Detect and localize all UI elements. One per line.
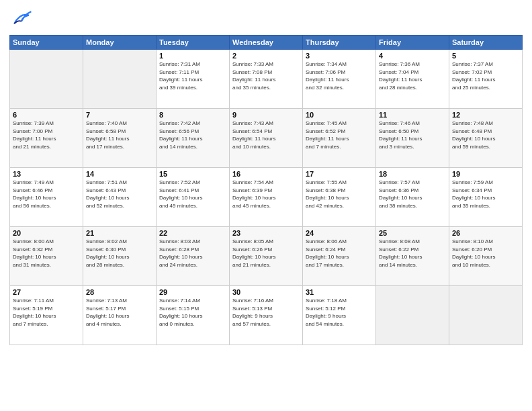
day-number: 22 (159, 229, 226, 237)
week-row-3: 13Sunrise: 7:49 AM Sunset: 6:46 PM Dayli… (10, 168, 523, 227)
day-number: 29 (159, 288, 226, 296)
day-info: Sunrise: 7:16 AM Sunset: 5:13 PM Dayligh… (232, 297, 300, 328)
day-info: Sunrise: 7:11 AM Sunset: 5:19 PM Dayligh… (13, 297, 80, 328)
day-number: 30 (232, 288, 300, 296)
logo-icon (9, 7, 34, 31)
header (9, 7, 523, 31)
day-info: Sunrise: 7:45 AM Sunset: 6:52 PM Dayligh… (306, 120, 373, 150)
day-number: 11 (379, 111, 446, 119)
day-number: 12 (452, 111, 519, 119)
calendar-cell: 1Sunrise: 7:31 AM Sunset: 7:11 PM Daylig… (157, 50, 230, 109)
calendar-cell: 12Sunrise: 7:48 AM Sunset: 6:48 PM Dayli… (449, 109, 523, 168)
calendar-cell: 20Sunrise: 8:00 AM Sunset: 6:32 PM Dayli… (10, 227, 83, 286)
calendar-cell: 14Sunrise: 7:51 AM Sunset: 6:43 PM Dayli… (83, 168, 157, 227)
day-info: Sunrise: 7:34 AM Sunset: 7:06 PM Dayligh… (306, 60, 373, 91)
calendar-cell: 2Sunrise: 7:33 AM Sunset: 7:08 PM Daylig… (230, 50, 303, 109)
day-info: Sunrise: 7:42 AM Sunset: 6:56 PM Dayligh… (159, 120, 226, 150)
day-info: Sunrise: 7:33 AM Sunset: 7:08 PM Dayligh… (232, 60, 300, 91)
day-number: 18 (379, 170, 446, 178)
day-number: 16 (232, 170, 300, 178)
calendar-cell: 22Sunrise: 8:03 AM Sunset: 6:28 PM Dayli… (157, 227, 230, 286)
day-number: 9 (232, 111, 300, 119)
calendar-cell: 16Sunrise: 7:54 AM Sunset: 6:39 PM Dayli… (230, 168, 303, 227)
calendar-cell: 21Sunrise: 8:02 AM Sunset: 6:30 PM Dayli… (83, 227, 157, 286)
day-info: Sunrise: 8:00 AM Sunset: 6:32 PM Dayligh… (13, 238, 80, 269)
day-number: 20 (13, 229, 80, 237)
day-info: Sunrise: 8:06 AM Sunset: 6:24 PM Dayligh… (306, 238, 373, 269)
calendar-header: SundayMondayTuesdayWednesdayThursdayFrid… (10, 36, 523, 50)
day-number: 23 (232, 229, 300, 237)
day-number: 27 (13, 288, 80, 296)
day-number: 25 (379, 229, 446, 237)
day-info: Sunrise: 7:37 AM Sunset: 7:02 PM Dayligh… (452, 60, 519, 91)
logo (9, 7, 35, 31)
day-info: Sunrise: 8:10 AM Sunset: 6:20 PM Dayligh… (452, 238, 519, 269)
calendar-cell: 23Sunrise: 8:05 AM Sunset: 6:26 PM Dayli… (230, 227, 303, 286)
day-info: Sunrise: 7:43 AM Sunset: 6:54 PM Dayligh… (232, 120, 300, 150)
day-number: 10 (306, 111, 373, 119)
day-info: Sunrise: 8:03 AM Sunset: 6:28 PM Dayligh… (159, 238, 226, 269)
calendar-cell: 17Sunrise: 7:55 AM Sunset: 6:38 PM Dayli… (303, 168, 376, 227)
day-number: 4 (379, 52, 446, 60)
calendar-cell: 4Sunrise: 7:36 AM Sunset: 7:04 PM Daylig… (376, 50, 449, 109)
col-header-wednesday: Wednesday (230, 36, 303, 50)
day-info: Sunrise: 7:49 AM Sunset: 6:46 PM Dayligh… (13, 179, 80, 210)
col-header-tuesday: Tuesday (157, 36, 230, 50)
day-number: 6 (13, 111, 80, 119)
week-row-2: 6Sunrise: 7:39 AM Sunset: 7:00 PM Daylig… (10, 109, 523, 168)
calendar-cell: 15Sunrise: 7:52 AM Sunset: 6:41 PM Dayli… (157, 168, 230, 227)
calendar-cell: 28Sunrise: 7:13 AM Sunset: 5:17 PM Dayli… (83, 286, 157, 345)
calendar-cell: 9Sunrise: 7:43 AM Sunset: 6:54 PM Daylig… (230, 109, 303, 168)
col-header-saturday: Saturday (449, 36, 523, 50)
calendar-cell: 3Sunrise: 7:34 AM Sunset: 7:06 PM Daylig… (303, 50, 376, 109)
calendar-cell: 10Sunrise: 7:45 AM Sunset: 6:52 PM Dayli… (303, 109, 376, 168)
col-header-thursday: Thursday (303, 36, 376, 50)
day-info: Sunrise: 7:18 AM Sunset: 5:12 PM Dayligh… (306, 297, 373, 328)
calendar-cell (449, 286, 523, 345)
day-info: Sunrise: 7:48 AM Sunset: 6:48 PM Dayligh… (452, 120, 519, 150)
calendar-cell: 31Sunrise: 7:18 AM Sunset: 5:12 PM Dayli… (303, 286, 376, 345)
calendar-cell: 18Sunrise: 7:57 AM Sunset: 6:36 PM Dayli… (376, 168, 449, 227)
day-info: Sunrise: 7:14 AM Sunset: 5:15 PM Dayligh… (159, 297, 226, 328)
day-number: 19 (452, 170, 519, 178)
calendar-cell: 26Sunrise: 8:10 AM Sunset: 6:20 PM Dayli… (449, 227, 523, 286)
day-info: Sunrise: 8:02 AM Sunset: 6:30 PM Dayligh… (86, 238, 153, 269)
week-row-5: 27Sunrise: 7:11 AM Sunset: 5:19 PM Dayli… (10, 286, 523, 345)
day-number: 8 (159, 111, 226, 119)
calendar-cell: 25Sunrise: 8:08 AM Sunset: 6:22 PM Dayli… (376, 227, 449, 286)
day-info: Sunrise: 7:36 AM Sunset: 7:04 PM Dayligh… (379, 60, 446, 91)
day-number: 1 (159, 52, 226, 60)
day-info: Sunrise: 7:52 AM Sunset: 6:41 PM Dayligh… (159, 179, 226, 210)
day-info: Sunrise: 7:51 AM Sunset: 6:43 PM Dayligh… (86, 179, 153, 210)
day-info: Sunrise: 7:55 AM Sunset: 6:38 PM Dayligh… (306, 179, 373, 210)
calendar-cell: 7Sunrise: 7:40 AM Sunset: 6:58 PM Daylig… (83, 109, 157, 168)
day-number: 14 (86, 170, 153, 178)
calendar-cell: 29Sunrise: 7:14 AM Sunset: 5:15 PM Dayli… (157, 286, 230, 345)
day-number: 17 (306, 170, 373, 178)
day-info: Sunrise: 7:13 AM Sunset: 5:17 PM Dayligh… (86, 297, 153, 328)
day-number: 21 (86, 229, 153, 237)
calendar-cell: 6Sunrise: 7:39 AM Sunset: 7:00 PM Daylig… (10, 109, 83, 168)
day-number: 3 (306, 52, 373, 60)
calendar-cell (376, 286, 449, 345)
calendar-cell: 30Sunrise: 7:16 AM Sunset: 5:13 PM Dayli… (230, 286, 303, 345)
day-info: Sunrise: 7:54 AM Sunset: 6:39 PM Dayligh… (232, 179, 300, 210)
calendar: SundayMondayTuesdayWednesdayThursdayFrid… (9, 35, 523, 345)
calendar-body: 1Sunrise: 7:31 AM Sunset: 7:11 PM Daylig… (10, 50, 523, 345)
header-row: SundayMondayTuesdayWednesdayThursdayFrid… (10, 36, 523, 50)
day-number: 26 (452, 229, 519, 237)
day-info: Sunrise: 7:31 AM Sunset: 7:11 PM Dayligh… (159, 60, 226, 91)
day-number: 7 (86, 111, 153, 119)
calendar-cell: 8Sunrise: 7:42 AM Sunset: 6:56 PM Daylig… (157, 109, 230, 168)
week-row-1: 1Sunrise: 7:31 AM Sunset: 7:11 PM Daylig… (10, 50, 523, 109)
col-header-monday: Monday (83, 36, 157, 50)
col-header-friday: Friday (376, 36, 449, 50)
calendar-cell (10, 50, 83, 109)
calendar-cell (83, 50, 157, 109)
calendar-cell: 5Sunrise: 7:37 AM Sunset: 7:02 PM Daylig… (449, 50, 523, 109)
col-header-sunday: Sunday (10, 36, 83, 50)
day-info: Sunrise: 7:40 AM Sunset: 6:58 PM Dayligh… (86, 120, 153, 150)
day-info: Sunrise: 7:59 AM Sunset: 6:34 PM Dayligh… (452, 179, 519, 210)
day-number: 15 (159, 170, 226, 178)
day-number: 31 (306, 288, 373, 296)
